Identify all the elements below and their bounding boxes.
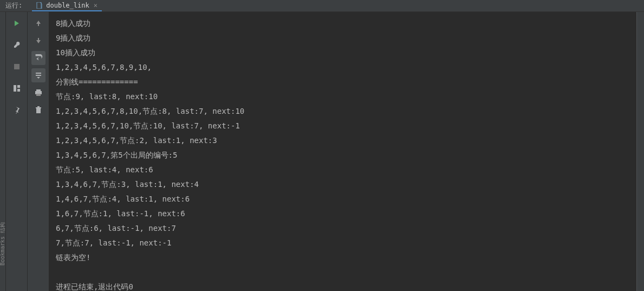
scroll-to-end-icon[interactable] xyxy=(31,68,45,82)
svg-rect-12 xyxy=(36,108,41,113)
file-icon xyxy=(36,2,43,9)
svg-rect-13 xyxy=(36,107,41,108)
rail-vertical-label: Bookmarks 结构 xyxy=(0,222,6,266)
step-down-icon[interactable] xyxy=(31,34,45,48)
svg-rect-8 xyxy=(36,75,41,76)
run-gutter-left xyxy=(6,12,28,291)
step-up-icon[interactable] xyxy=(31,16,45,30)
svg-rect-2 xyxy=(14,85,16,92)
right-gutter xyxy=(636,12,644,291)
svg-rect-11 xyxy=(36,94,41,96)
svg-rect-4 xyxy=(17,89,20,92)
soft-wrap-icon[interactable] xyxy=(31,51,45,65)
layout-icon[interactable] xyxy=(10,81,24,95)
body-row: Bookmarks 结构 xyxy=(0,12,644,291)
svg-rect-6 xyxy=(38,38,39,41)
pin-icon[interactable] xyxy=(10,103,24,117)
stop-button[interactable] xyxy=(10,60,24,74)
tab-title: double_link xyxy=(46,2,89,9)
run-label: 运行: xyxy=(5,1,22,10)
svg-rect-14 xyxy=(37,106,40,107)
svg-rect-3 xyxy=(17,85,20,88)
svg-rect-9 xyxy=(36,89,41,91)
svg-rect-1 xyxy=(14,64,19,69)
rerun-button[interactable] xyxy=(10,16,24,30)
print-icon[interactable] xyxy=(31,86,45,100)
svg-rect-5 xyxy=(38,23,39,26)
svg-rect-7 xyxy=(36,73,41,74)
run-tab-bar: 运行: double_link × xyxy=(0,0,644,12)
svg-rect-0 xyxy=(37,2,41,9)
left-tool-rail: Bookmarks 结构 xyxy=(0,12,6,291)
trash-icon[interactable] xyxy=(31,103,45,117)
run-config-tab[interactable]: double_link × xyxy=(32,0,102,11)
run-gutter-right xyxy=(28,12,49,291)
close-icon[interactable]: × xyxy=(94,2,97,9)
console-output[interactable]: 8插入成功 9插入成功 10插入成功 1,2,3,4,5,6,7,8,9,10,… xyxy=(49,12,636,291)
wrench-icon[interactable] xyxy=(10,38,24,52)
